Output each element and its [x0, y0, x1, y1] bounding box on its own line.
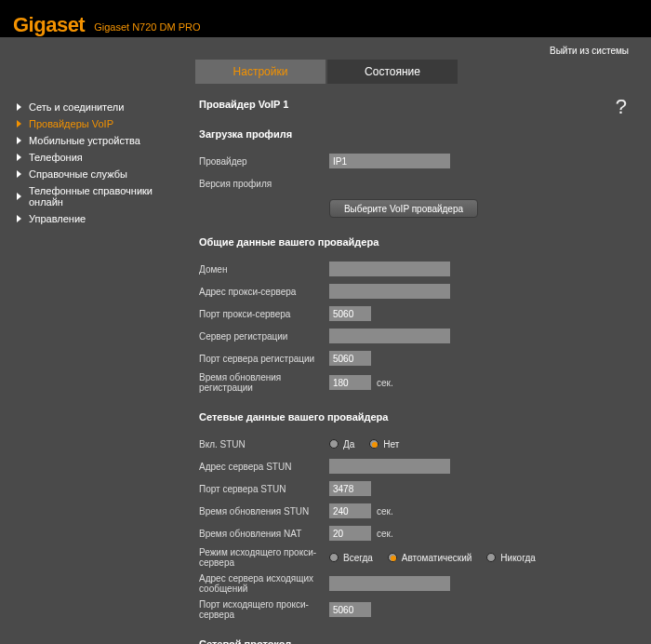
chevron-right-icon	[17, 103, 21, 111]
chevron-right-icon	[17, 137, 21, 144]
proxy-addr-label: Адрес прокси-сервера	[199, 287, 329, 297]
proxy-addr-input[interactable]	[329, 284, 450, 299]
model-label: Gigaset N720 DM PRO	[94, 21, 200, 33]
radio-label: Автоматический	[402, 553, 472, 563]
chevron-right-icon	[17, 170, 21, 178]
sidebar-item-label: Телефонные справочники онлайн	[29, 185, 186, 208]
sidebar: Сеть и соединители Провайдеры VoIP Мобил…	[0, 84, 186, 644]
sidebar-item-label: Мобильные устройства	[29, 135, 140, 146]
outbound-always-radio[interactable]: Всегда	[329, 553, 373, 563]
provider-input[interactable]	[329, 154, 450, 168]
radio-icon	[369, 439, 379, 449]
stun-addr-label: Адрес сервера STUN	[199, 462, 329, 472]
sidebar-item-label: Телефония	[29, 152, 83, 163]
sidebar-item-mobile[interactable]: Мобильные устройства	[17, 132, 186, 149]
chevron-right-icon	[17, 193, 21, 200]
nat-refresh-label: Время обновления NAT	[199, 529, 329, 539]
reg-refresh-input[interactable]	[329, 375, 371, 390]
reg-port-input[interactable]	[329, 351, 371, 366]
sidebar-item-telephony[interactable]: Телефония	[17, 149, 186, 166]
logout-link[interactable]: Выйти из системы	[550, 46, 629, 56]
stun-port-input[interactable]	[329, 481, 371, 496]
sidebar-item-label: Управление	[29, 213, 86, 224]
radio-icon	[329, 553, 339, 562]
radio-label: Да	[343, 439, 354, 449]
sec-unit: сек.	[377, 378, 393, 388]
outbound-addr-input[interactable]	[329, 576, 450, 591]
stun-no-radio[interactable]: Нет	[369, 439, 399, 449]
stun-refresh-input[interactable]	[329, 503, 371, 518]
outbound-never-radio[interactable]: Никогда	[486, 553, 535, 563]
top-bar: Gigaset Gigaset N720 DM PRO	[0, 0, 651, 37]
content-area: ? Провайдер VoIP 1 Загрузка профиля Пров…	[186, 84, 651, 644]
tab-status[interactable]: Состояние	[327, 60, 458, 84]
sidebar-item-online-directories[interactable]: Телефонные справочники онлайн	[17, 182, 186, 210]
stun-yes-radio[interactable]: Да	[329, 439, 354, 449]
outbound-port-label: Порт исходящего прокси-сервера	[199, 599, 329, 620]
radio-icon	[329, 439, 339, 449]
select-provider-button[interactable]: Выберите VoIP провайдера	[329, 199, 478, 218]
profile-version-label: Версия профиля	[199, 179, 329, 189]
stun-enable-label: Вкл. STUN	[199, 439, 329, 449]
nat-refresh-input[interactable]	[329, 526, 371, 541]
radio-icon	[486, 553, 496, 562]
main-tabs: Настройки Состояние	[195, 60, 651, 84]
stun-addr-input[interactable]	[329, 459, 450, 474]
outbound-addr-label: Адрес сервера исходящих сообщений	[199, 573, 329, 594]
brand-logo: Gigaset	[13, 13, 85, 37]
domain-label: Домен	[199, 264, 329, 275]
radio-label: Никогда	[500, 553, 535, 563]
reg-server-label: Сервер регистрации	[199, 331, 329, 342]
section-network: Сетевые данные вашего провайдера	[199, 411, 625, 423]
section-protocol: Сетевой протокол	[199, 638, 625, 644]
sidebar-item-management[interactable]: Управление	[17, 210, 186, 227]
proxy-port-input[interactable]	[329, 306, 371, 321]
section-general: Общие данные вашего провайдера	[199, 236, 625, 248]
stun-port-label: Порт сервера STUN	[199, 484, 329, 494]
radio-label: Всегда	[343, 553, 373, 563]
reg-port-label: Порт сервера регистрации	[199, 354, 329, 364]
sidebar-item-label: Сеть и соединители	[29, 101, 124, 113]
sidebar-item-directories[interactable]: Справочные службы	[17, 166, 186, 182]
tab-settings[interactable]: Настройки	[195, 60, 326, 84]
sec-unit: сек.	[377, 506, 393, 517]
section-profile-load: Загрузка профиля	[199, 128, 625, 140]
proxy-port-label: Порт прокси-сервера	[199, 309, 329, 319]
outbound-auto-radio[interactable]: Автоматический	[388, 553, 472, 563]
help-icon[interactable]: ?	[616, 95, 627, 119]
sidebar-item-voip-providers[interactable]: Провайдеры VoIP	[17, 115, 186, 132]
outbound-mode-label: Режим исходящего прокси-сервера	[199, 547, 329, 568]
sidebar-item-label: Справочные службы	[29, 168, 127, 180]
chevron-right-icon	[17, 120, 21, 127]
domain-input[interactable]	[329, 262, 450, 276]
sec-unit: сек.	[377, 529, 393, 539]
reg-server-input[interactable]	[329, 329, 450, 343]
outbound-port-input[interactable]	[329, 602, 371, 617]
stun-refresh-label: Время обновления STUN	[199, 506, 329, 517]
provider-label: Провайдер	[199, 156, 329, 167]
chevron-right-icon	[17, 154, 21, 161]
radio-label: Нет	[383, 439, 399, 449]
radio-icon	[388, 553, 397, 562]
sidebar-item-label: Провайдеры VoIP	[29, 118, 113, 129]
chevron-right-icon	[17, 215, 21, 222]
page-title: Провайдер VoIP 1	[199, 99, 625, 110]
sidebar-item-network[interactable]: Сеть и соединители	[17, 99, 186, 115]
reg-refresh-label: Время обновления регистрации	[199, 372, 329, 393]
